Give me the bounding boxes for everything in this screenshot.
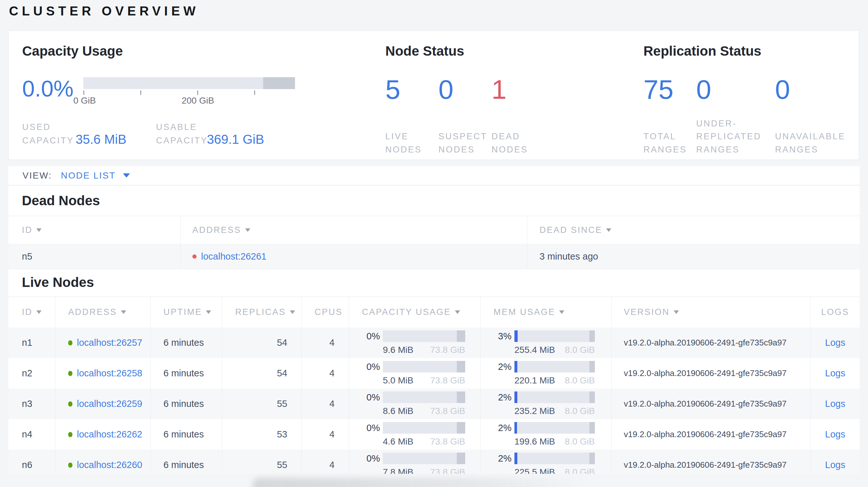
mem-percent: 2% (494, 392, 512, 403)
cell-version: v19.2.0-alpha.20190606-2491-gfe735c9a97 (611, 450, 810, 474)
col-cpus[interactable]: CPUS (302, 297, 349, 327)
live-nodes-title: Live Nodes (22, 274, 860, 290)
cell-version: v19.2.0-alpha.20190606-2491-gfe735c9a97 (611, 327, 810, 358)
live-nodes-label: LIVE NODES (385, 108, 438, 156)
cell-replicas: 54 (222, 327, 302, 358)
cell-uptime: 6 minutes (150, 327, 222, 358)
live-node-row: n1 localhost:26257 6 minutes 54 4 0% 9.6… (8, 327, 860, 358)
node-address-link[interactable]: localhost:26258 (77, 368, 142, 379)
mem-bar (515, 330, 595, 342)
logs-link[interactable]: Logs (825, 429, 845, 440)
dead-nodes-title: Dead Nodes (22, 193, 860, 209)
cell-node-id: n4 (8, 419, 55, 450)
col-address[interactable]: ADDRESS (55, 297, 150, 327)
col-uptime[interactable]: UPTIME (150, 297, 222, 327)
node-address-link[interactable]: localhost:26262 (77, 429, 142, 440)
node-address-link[interactable]: localhost:26261 (201, 251, 267, 262)
sort-desc-icon (606, 228, 611, 232)
axis-label-200: 200 GiB (181, 96, 214, 106)
live-status-icon (68, 371, 72, 376)
cell-node-id: n5 (8, 244, 181, 269)
col-mem-usage[interactable]: MEM USAGE (480, 297, 611, 327)
node-address-link[interactable]: localhost:26257 (77, 337, 142, 348)
mem-total-value: 8.0 GiB (565, 376, 595, 386)
mem-bar (515, 453, 595, 464)
logs-link[interactable]: Logs (825, 460, 845, 470)
chevron-down-icon (123, 173, 130, 177)
cell-replicas: 55 (222, 450, 302, 474)
cell-dead-since: 3 minutes ago (527, 244, 860, 269)
axis-tick-icon (197, 90, 198, 95)
axis-tick-icon (140, 90, 141, 95)
view-selector-dropdown[interactable]: NODE LIST (61, 170, 130, 181)
cell-mem-usage: 3% 255.4 MiB8.0 GiB (480, 327, 611, 358)
cell-replicas: 53 (222, 419, 302, 450)
cell-node-id: n6 (8, 450, 55, 474)
view-bar: VIEW: NODE LIST (8, 166, 860, 185)
live-status-icon (68, 462, 72, 468)
capacity-used-value: 8.6 MiB (383, 406, 413, 416)
node-address-link[interactable]: localhost:26259 (77, 398, 142, 409)
axis-tick-icon (254, 90, 255, 95)
mem-bar-fill (515, 422, 517, 433)
capacity-bar (383, 422, 465, 433)
live-node-row: n2 localhost:26258 6 minutes 54 4 0% 5.0… (8, 358, 860, 389)
mem-bar (515, 422, 595, 433)
cell-mem-usage: 2% 220.1 MiB8.0 GiB (480, 358, 611, 389)
mem-percent: 2% (494, 453, 512, 464)
cell-replicas: 55 (222, 389, 302, 419)
cell-capacity-usage: 0% 5.0 MiB73.8 GiB (349, 358, 480, 389)
cell-cpus: 4 (302, 327, 349, 358)
capacity-bar (383, 453, 465, 464)
cell-node-address: localhost:26261 (181, 244, 527, 269)
cell-node-id: n3 (8, 389, 55, 419)
capacity-total-value: 73.8 GiB (430, 406, 465, 416)
capacity-total-value: 73.8 GiB (430, 376, 465, 386)
node-address-link[interactable]: localhost:26260 (77, 460, 142, 470)
node-status-section: Node Status 5 0 1 LIVE NODES SUSPECT NOD… (383, 43, 642, 160)
unavailable-count: 0 (775, 73, 859, 106)
capacity-percent: 0% (362, 362, 380, 372)
col-replicas[interactable]: REPLICAS (222, 297, 302, 327)
cell-logs: Logs (810, 450, 860, 474)
capacity-bar (383, 330, 465, 342)
under-replicated-count: 0 (696, 73, 775, 106)
dead-node-row: n5 localhost:26261 3 minutes ago (8, 244, 860, 269)
cell-cpus: 4 (302, 419, 349, 450)
suspect-nodes-count: 0 (438, 73, 492, 106)
col-dead-address[interactable]: ADDRESS (181, 216, 527, 244)
cell-capacity-usage: 0% 9.6 MiB73.8 GiB (349, 327, 480, 358)
sort-desc-icon (121, 311, 126, 314)
mem-bar (515, 391, 595, 403)
total-ranges-count: 75 (644, 73, 696, 106)
dead-nodes-label: DEAD NODES (492, 108, 545, 156)
col-capacity-usage[interactable]: CAPACITY USAGE (349, 297, 480, 327)
cell-uptime: 6 minutes (150, 450, 222, 474)
cell-capacity-usage: 0% 7.8 MiB73.8 GiB (349, 450, 480, 474)
col-id[interactable]: ID (8, 297, 55, 327)
view-selected-value: NODE LIST (61, 170, 116, 181)
sort-desc-icon (455, 311, 460, 314)
logs-link[interactable]: Logs (825, 398, 845, 409)
mem-total-value: 8.0 GiB (565, 436, 595, 447)
capacity-used-value: 5.0 MiB (383, 376, 413, 386)
logs-link[interactable]: Logs (825, 337, 845, 348)
capacity-bar (83, 77, 295, 89)
logs-link[interactable]: Logs (825, 368, 845, 379)
cell-node-address: localhost:26259 (55, 389, 150, 419)
under-replicated-label: UNDER-REPLICATED RANGES (696, 108, 775, 156)
col-logs: LOGS (810, 297, 860, 327)
cell-version: v19.2.0-alpha.20190606-2491-gfe735c9a97 (611, 389, 810, 419)
replication-status-section: Replication Status 75 0 0 TOTAL RANGES U… (642, 43, 859, 160)
cell-mem-usage: 2% 199.6 MiB8.0 GiB (480, 419, 611, 450)
capacity-axis-ticks (83, 89, 295, 96)
usable-capacity-label: USABLE CAPACITY (156, 121, 207, 148)
dead-status-icon (192, 254, 196, 259)
col-dead-since[interactable]: DEAD SINCE (527, 216, 860, 244)
col-dead-id[interactable]: ID (8, 216, 181, 244)
overview-card: Capacity Usage 0.0% 0 GiB 200 GiB (8, 31, 859, 160)
capacity-percent: 0% (362, 453, 380, 464)
col-version[interactable]: VERSION (611, 297, 810, 327)
mem-percent: 2% (494, 362, 512, 372)
live-node-row: n3 localhost:26259 6 minutes 55 4 0% 8.6… (8, 389, 860, 419)
